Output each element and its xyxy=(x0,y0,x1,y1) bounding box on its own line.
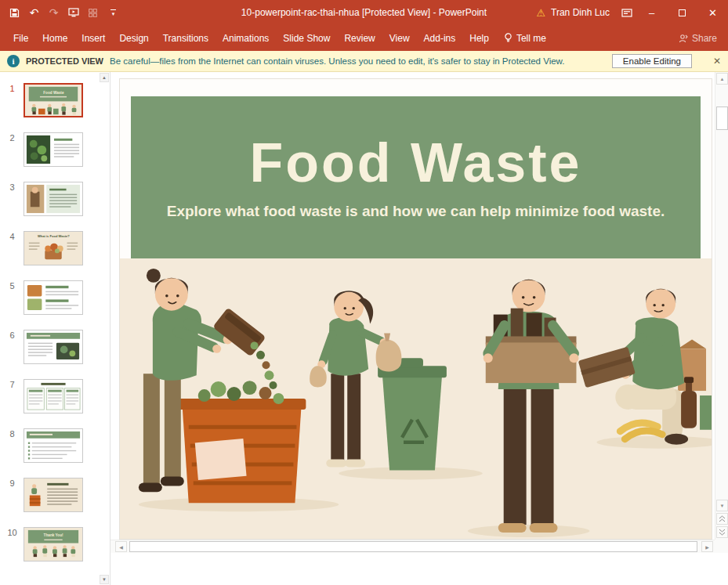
slide-thumbnail-2[interactable] xyxy=(24,132,83,167)
compost-bin xyxy=(178,381,306,503)
slide-thumbnail-5[interactable] xyxy=(24,280,83,315)
slide-number: 3 xyxy=(6,182,18,192)
slide-thumbnail-7[interactable] xyxy=(24,379,83,413)
close-button[interactable]: ✕ xyxy=(697,0,728,25)
powerpoint-window: ↶ ↷ ▾ 10-powerpoint-rac-thai-nhua [Prote… xyxy=(0,0,728,585)
tab-transitions[interactable]: Transitions xyxy=(156,25,216,51)
slide-number: 8 xyxy=(6,429,18,439)
protected-view-text: Be careful—files from the Internet can c… xyxy=(110,56,564,66)
next-slide-icon[interactable] xyxy=(716,526,728,538)
tab-review[interactable]: Review xyxy=(337,25,382,51)
panel-scroll-down-icon[interactable]: ▼ xyxy=(100,575,109,584)
tab-view[interactable]: View xyxy=(382,25,417,51)
panel-scroll-up-icon[interactable]: ▲ xyxy=(100,73,109,82)
tab-animations[interactable]: Animations xyxy=(216,25,276,51)
quick-access-toolbar: ↶ ↷ ▾ xyxy=(5,0,122,25)
account-area[interactable]: ⚠ Tran Dinh Luc xyxy=(536,0,632,25)
scroll-down-icon[interactable]: ▼ xyxy=(716,500,728,511)
slide-illustration xyxy=(120,258,712,539)
horizontal-scrollbar[interactable]: ◀ ▶ xyxy=(110,540,715,553)
enable-editing-button[interactable]: Enable Editing xyxy=(612,54,692,68)
slide-thumbnail-row: 4What is Food Waste? xyxy=(6,231,110,265)
slide-thumbnail-10[interactable]: Thank You! xyxy=(24,527,83,562)
share-label: Share xyxy=(692,33,717,44)
tell-me-box[interactable]: Tell me xyxy=(496,25,554,51)
share-button[interactable]: Share xyxy=(679,25,728,51)
slide-subtitle: Explore what food waste is and how we ca… xyxy=(167,203,665,220)
slide-thumbnail-row: 6 xyxy=(6,330,110,364)
slide-editor-area: Food Waste Explore what food waste is an… xyxy=(110,72,728,585)
start-slideshow-icon[interactable] xyxy=(63,2,83,23)
slide-number: 4 xyxy=(6,232,18,241)
scroll-up-icon[interactable]: ▲ xyxy=(716,73,728,85)
slide-thumbnail-row: 1Food Waste xyxy=(6,83,110,117)
slide-number: 2 xyxy=(6,133,18,143)
slide-thumbnail-row: 2 xyxy=(6,132,110,167)
tell-me-label: Tell me xyxy=(516,33,546,44)
slide-thumbnail-row: 3 xyxy=(6,182,110,216)
lightbulb-icon xyxy=(504,33,512,43)
slide-thumbnail-row: 8 xyxy=(6,428,110,463)
save-icon[interactable] xyxy=(5,2,24,23)
tab-slide-show[interactable]: Slide Show xyxy=(276,25,337,51)
minimize-button[interactable]: – xyxy=(636,0,667,25)
horizontal-scroll-thumb[interactable] xyxy=(129,541,697,552)
protected-view-message-bar: i PROTECTED VIEW Be careful—files from t… xyxy=(0,51,728,72)
grid-icon[interactable] xyxy=(83,2,103,23)
slide-thumbnail-9[interactable] xyxy=(24,478,83,512)
workspace: 1Food Waste234What is Food Waste?5678910… xyxy=(0,72,728,585)
undo-icon[interactable]: ↶ xyxy=(24,2,44,23)
slide-thumbnail-4[interactable]: What is Food Waste? xyxy=(24,231,83,265)
info-shield-icon: i xyxy=(7,55,20,67)
scrollbar-corner xyxy=(715,540,728,553)
slide-thumbnail-list: 1Food Waste234What is Food Waste?5678910… xyxy=(0,83,110,562)
warning-icon[interactable]: ⚠ xyxy=(536,7,545,19)
slide-thumbnail-row: 7 xyxy=(6,379,110,413)
slide-thumbnail-3[interactable] xyxy=(24,182,83,216)
slide-number: 1 xyxy=(6,84,18,93)
slide-number: 5 xyxy=(6,281,18,291)
user-name[interactable]: Tran Dinh Luc xyxy=(551,7,610,18)
tab-add-ins[interactable]: Add-ins xyxy=(417,25,463,51)
slide-thumbnail-panel: 1Food Waste234What is Food Waste?5678910… xyxy=(0,72,110,585)
tab-home[interactable]: Home xyxy=(35,25,74,51)
ribbon-tab-bar: FileHomeInsertDesignTransitionsAnimation… xyxy=(0,25,728,51)
display-settings-icon[interactable] xyxy=(621,9,632,17)
tab-help[interactable]: Help xyxy=(462,25,496,51)
slide-thumbnail-row: 9 xyxy=(6,478,110,512)
slide-canvas[interactable]: Food Waste Explore what food waste is an… xyxy=(119,78,712,540)
scroll-right-icon[interactable]: ▶ xyxy=(701,541,713,552)
slide-thumbnail-6[interactable] xyxy=(24,330,83,364)
protected-view-label: PROTECTED VIEW xyxy=(26,56,103,66)
tab-design[interactable]: Design xyxy=(112,25,155,51)
maximize-button[interactable] xyxy=(667,0,697,25)
slide-number: 6 xyxy=(6,330,18,340)
slide-thumbnail-1[interactable]: Food Waste xyxy=(24,83,83,117)
slide-thumbnail-row: 5 xyxy=(6,280,110,315)
food-waste-illustration xyxy=(120,258,712,539)
message-bar-close-icon[interactable]: ✕ xyxy=(713,56,721,67)
previous-slide-icon[interactable] xyxy=(716,513,728,525)
slide-title: Food Waste xyxy=(249,135,581,190)
vertical-scroll-thumb[interactable] xyxy=(716,107,728,130)
scroll-left-icon[interactable]: ◀ xyxy=(115,541,127,552)
slide-thumbnail-8[interactable] xyxy=(24,428,83,463)
vertical-scrollbar[interactable]: ▲ ▼ xyxy=(715,72,728,540)
slide-number: 9 xyxy=(6,478,18,488)
ribbon-tabs: FileHomeInsertDesignTransitionsAnimation… xyxy=(6,25,496,51)
slide-number: 7 xyxy=(6,380,18,389)
slide-title-band: Food Waste Explore what food waste is an… xyxy=(131,96,701,258)
window-controls: – ✕ xyxy=(636,0,728,25)
titlebar: ↶ ↷ ▾ 10-powerpoint-rac-thai-nhua [Prote… xyxy=(0,0,728,25)
customize-qat-icon[interactable]: ▾ xyxy=(103,2,122,23)
slide-number: 10 xyxy=(6,528,18,537)
slide-thumbnail-row: 10Thank You! xyxy=(6,527,110,562)
bottom-strip xyxy=(110,553,728,585)
redo-icon[interactable]: ↷ xyxy=(44,2,63,23)
tab-file[interactable]: File xyxy=(6,25,35,51)
share-icon xyxy=(679,34,688,43)
tab-insert[interactable]: Insert xyxy=(74,25,112,51)
